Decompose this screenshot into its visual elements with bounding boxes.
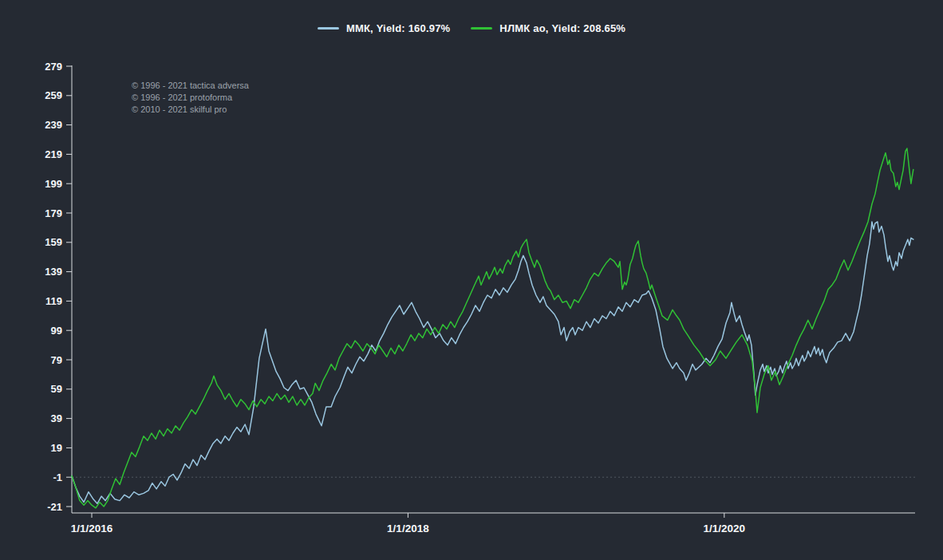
legend-item-mmk[interactable]: ММК, Yield: 160.97% xyxy=(318,22,450,34)
copyright-line: © 2010 - 2021 skilful pro xyxy=(132,104,249,116)
x-tick-label: 1/1/2016 xyxy=(71,523,113,534)
y-tick-label: -21 xyxy=(47,501,62,513)
y-tick-label: 279 xyxy=(45,61,62,73)
chart-legend: ММК, Yield: 160.97% НЛМК ао, Yield: 208.… xyxy=(0,22,943,34)
y-tick-label: 159 xyxy=(45,236,62,248)
nlmk-series-swatch xyxy=(471,27,492,30)
copyright-line: © 1996 - 2021 tactica adversa xyxy=(132,80,249,92)
series-line-mmk xyxy=(72,222,913,503)
y-tick-label: 59 xyxy=(51,383,62,395)
y-tick-label: 79 xyxy=(51,354,62,366)
copyright-line: © 1996 - 2021 protoforma xyxy=(132,92,249,104)
y-tick-label: 199 xyxy=(45,178,62,190)
series-line-nlmk xyxy=(72,148,913,508)
copyright-watermark: © 1996 - 2021 tactica adversa © 1996 - 2… xyxy=(132,80,249,116)
mmk-series-swatch xyxy=(318,27,339,30)
x-ticks-group: 1/1/20161/1/20181/1/2020 xyxy=(71,513,745,534)
y-tick-label: 219 xyxy=(45,148,62,160)
x-tick-label: 1/1/2018 xyxy=(387,523,429,534)
y-tick-label: 179 xyxy=(45,207,62,219)
y-tick-label: 239 xyxy=(45,119,62,131)
y-tick-label: 39 xyxy=(51,412,62,424)
y-tick-label: 99 xyxy=(51,325,62,337)
x-tick-label: 1/1/2020 xyxy=(704,523,746,534)
chart-page: ММК, Yield: 160.97% НЛМК ао, Yield: 208.… xyxy=(0,0,943,560)
legend-item-nlmk[interactable]: НЛМК ао, Yield: 208.65% xyxy=(471,22,625,34)
y-tick-label: -1 xyxy=(53,471,62,483)
y-tick-label: 139 xyxy=(45,266,62,278)
y-tick-label: 119 xyxy=(45,295,62,307)
y-ticks-group: -21-119395979991191391591791992192392592… xyxy=(45,61,72,513)
y-tick-label: 259 xyxy=(45,89,62,101)
mmk-legend-label: ММК, Yield: 160.97% xyxy=(346,22,450,34)
y-tick-label: 19 xyxy=(51,442,62,454)
axes-group xyxy=(72,65,915,513)
nlmk-legend-label: НЛМК ао, Yield: 208.65% xyxy=(499,22,625,34)
series-group xyxy=(72,148,913,508)
